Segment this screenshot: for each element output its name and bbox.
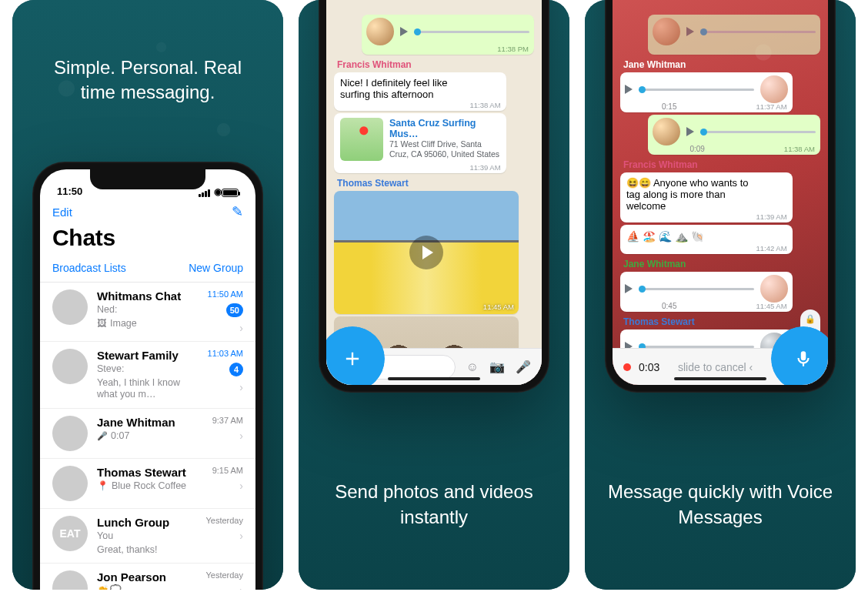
phone-frame-3: Jane Whitman 0:15 11:37 AM 0:09 xyxy=(605,0,836,393)
page-title: Chats xyxy=(40,222,255,257)
text-message-in[interactable]: 😆😄 Anyone who wants to tag along is more… xyxy=(620,172,793,222)
voice-message-in[interactable]: 0:18 11:46 AM xyxy=(620,329,793,348)
play-overlay-icon[interactable] xyxy=(334,191,519,314)
mic-icon[interactable]: 🎤 xyxy=(516,360,531,374)
sender-name: Jane Whitman xyxy=(623,259,817,269)
voice-message-in[interactable]: 0:45 11:45 AM xyxy=(620,272,793,312)
phone-frame-1: 11:50 ◉ Edit ✎ Chats Broadcast Lists New… xyxy=(32,162,263,590)
recording-indicator-icon xyxy=(623,363,631,371)
sticker-icon[interactable]: ☺ xyxy=(466,360,479,374)
chats-screen: 11:50 ◉ Edit ✎ Chats Broadcast Lists New… xyxy=(40,169,255,590)
phone-frame-2: 11:38 PM Francis Whitman Nice! I definit… xyxy=(319,0,549,393)
compose-icon[interactable]: ✎ xyxy=(232,203,243,220)
slide-2: 11:38 PM Francis Whitman Nice! I definit… xyxy=(299,0,569,590)
chevron-right-icon: › xyxy=(239,322,243,334)
location-pin-icon: 📍 xyxy=(97,480,108,492)
slide-3-headline: Message quickly with Voice Messages xyxy=(585,480,856,530)
avatar xyxy=(52,570,88,590)
avatar xyxy=(52,349,88,384)
chat-list: Whitmans Chat Ned: 🖼Image 11:50 AM 50 › xyxy=(40,283,255,590)
avatar xyxy=(52,466,88,501)
voice-message-out[interactable] xyxy=(648,15,820,55)
slide-1: Simple. Personal. Real time messaging. 1… xyxy=(12,0,283,590)
play-icon[interactable] xyxy=(686,27,694,36)
sender-name: Thomas Stewart xyxy=(623,316,817,327)
unread-badge: 50 xyxy=(226,303,243,317)
record-duration: 0:03 xyxy=(639,361,659,373)
play-icon[interactable] xyxy=(686,127,694,136)
lock-icon: 🔒 xyxy=(805,314,816,324)
camera-icon[interactable]: 📷 xyxy=(489,360,505,374)
image-icon: 🖼 xyxy=(97,318,107,330)
chat-row[interactable]: Jane Whitman 🎤0:07 9:37 AM› xyxy=(40,409,255,459)
chat-row[interactable]: EAT Lunch Group You Great, thanks! Yeste… xyxy=(40,509,255,564)
slide-1-headline: Simple. Personal. Real time messaging. xyxy=(12,55,283,105)
chat-row[interactable]: Thomas Stewart 📍Blue Rock Coffee 9:15 AM… xyxy=(40,459,255,509)
text-message-in[interactable]: Nice! I definitely feel like surfing thi… xyxy=(334,72,506,111)
play-icon[interactable] xyxy=(625,284,633,293)
avatar xyxy=(52,416,88,451)
sender-name: Thomas Stewart xyxy=(337,178,531,189)
new-group-link[interactable]: New Group xyxy=(189,262,243,274)
avatar xyxy=(52,289,88,325)
mic-icon: 🎤 xyxy=(97,431,108,442)
chat-time: 11:50 AM xyxy=(208,289,243,299)
status-time: 11:50 xyxy=(57,186,82,197)
location-message[interactable]: Santa Cruz Surfing Mus… 71 West Cliff Dr… xyxy=(334,113,506,173)
media-chat-screen: 11:38 PM Francis Whitman Nice! I definit… xyxy=(326,0,542,385)
edit-button[interactable]: Edit xyxy=(52,206,72,219)
voice-message-in[interactable]: 0:15 11:37 AM xyxy=(620,72,793,112)
avatar: EAT xyxy=(52,516,88,551)
slide-3: Jane Whitman 0:15 11:37 AM 0:09 xyxy=(585,0,856,590)
chat-row[interactable]: Stewart Family Steve: Yeah, I think I kn… xyxy=(40,342,255,409)
sticker-row: ⛵️ 🏖️ 🌊 ⛰️ 🐚 11:42 AM xyxy=(620,225,793,254)
unread-badge: 4 xyxy=(229,363,243,376)
sender-name: Jane Whitman xyxy=(623,59,817,70)
video-message[interactable]: 11:45 AM xyxy=(334,191,519,314)
play-icon[interactable] xyxy=(400,27,408,36)
map-thumbnail xyxy=(340,118,383,161)
chevron-right-icon: › xyxy=(239,381,243,393)
broadcast-lists-link[interactable]: Broadcast Lists xyxy=(52,262,126,274)
wifi-icon: ◉ xyxy=(214,186,222,197)
slide-2-headline: Send photos and videos instantly xyxy=(299,480,569,530)
play-icon[interactable] xyxy=(625,85,633,94)
voice-message-out[interactable]: 0:09 11:38 AM xyxy=(648,115,820,155)
sender-name: Francis Whitman xyxy=(623,159,817,170)
cellular-icon xyxy=(199,189,210,197)
chat-row[interactable]: Jon Pearson 👏💭 Yesterday› xyxy=(40,564,255,590)
battery-icon xyxy=(222,189,239,197)
play-icon[interactable] xyxy=(625,342,633,348)
voice-chat-screen: Jane Whitman 0:15 11:37 AM 0:09 xyxy=(613,0,828,385)
chat-row[interactable]: Whitmans Chat Ned: 🖼Image 11:50 AM 50 › xyxy=(40,283,255,342)
slide-to-cancel[interactable]: slide to cancel ‹ xyxy=(667,361,763,373)
voice-message-out[interactable]: 11:38 PM xyxy=(362,15,534,55)
sender-name: Francis Whitman xyxy=(337,59,531,70)
chat-name: Whitmans Chat xyxy=(97,289,181,303)
